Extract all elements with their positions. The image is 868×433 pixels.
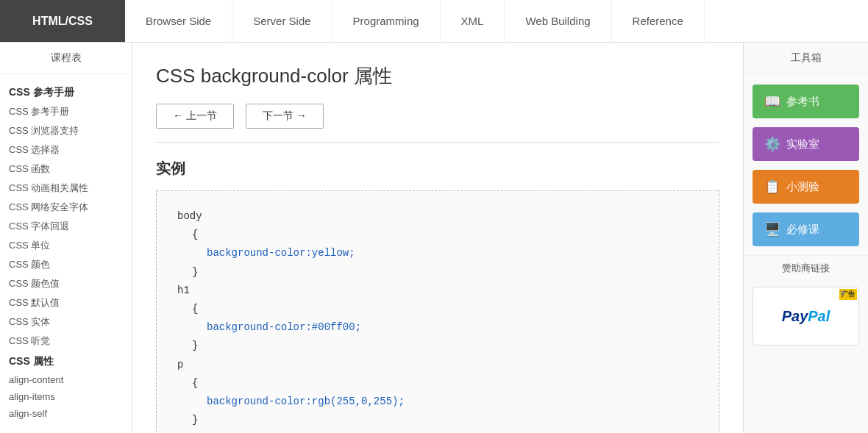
code-line-4: } [192, 263, 698, 282]
tool-btn-quiz[interactable]: 📋 小测验 [753, 170, 859, 204]
code-line-5: h1 [177, 282, 698, 300]
sidebar-link-align-self[interactable]: align-self [0, 405, 132, 422]
sidebar-title: 课程表 [0, 43, 132, 74]
sidebar-link-css-fontfallback[interactable]: CSS 字体回退 [0, 217, 132, 236]
tool-label-course: 必修课 [786, 223, 819, 237]
sidebar-link-align-items[interactable]: align-items [0, 388, 132, 405]
sidebar-link-css-browser[interactable]: CSS 浏览器支持 [0, 121, 132, 140]
right-panel: 工具箱 📖 参考书 ⚙️ 实验室 📋 小测验 🖥️ 必修课 赞助商链接 广告 ✕… [743, 43, 868, 433]
quiz-icon: 📋 [764, 179, 780, 195]
sidebar-link-css-audio[interactable]: CSS 听觉 [0, 332, 132, 351]
code-line-1: body [177, 207, 698, 226]
code-line-3: background-color:yellow; [207, 244, 698, 262]
code-block: body { background-color:yellow; } h1 { b… [156, 190, 719, 433]
tool-btn-lab[interactable]: ⚙️ 实验室 [753, 127, 859, 161]
code-line-12: } [192, 411, 698, 429]
sidebar-link-css-animation[interactable]: CSS 动画相关属性 [0, 179, 132, 198]
nav-item-server-side[interactable]: Server Side [232, 0, 332, 42]
code-line-11: background-color:rgb(255,0,255); [207, 393, 698, 411]
nav-item-reference[interactable]: Reference [612, 0, 705, 42]
tool-btn-course[interactable]: 🖥️ 必修课 [753, 212, 859, 246]
code-line-8: } [192, 337, 698, 355]
sidebar-section-css-ref: CSS 参考手册 [0, 82, 132, 102]
next-button[interactable]: 下一节 → [246, 104, 324, 129]
tool-btn-reference[interactable]: 📖 参考书 [753, 85, 859, 118]
sidebar-link-css-webfont[interactable]: CSS 网络安全字体 [0, 198, 132, 217]
tool-label-reference: 参考书 [786, 95, 819, 109]
sponsor-title: 赞助商链接 [744, 255, 868, 281]
sidebar: 课程表 CSS 参考手册 CSS 参考手册 CSS 浏览器支持 CSS 选择器 … [0, 43, 132, 433]
right-panel-title: 工具箱 [744, 43, 868, 74]
content-area: CSS background-color 属性 ← 上一节 下一节 → 实例 b… [132, 43, 743, 433]
sidebar-link-css-default[interactable]: CSS 默认值 [0, 293, 132, 312]
tool-label-quiz: 小测验 [786, 180, 819, 194]
sidebar-link-css-ref[interactable]: CSS 参考手册 [0, 102, 132, 121]
paypal-logo-container: PayPal [782, 308, 830, 325]
nav-buttons: ← 上一节 下一节 → [156, 104, 719, 129]
sidebar-link-css-func[interactable]: CSS 函数 [0, 160, 132, 179]
prev-button[interactable]: ← 上一节 [156, 104, 234, 129]
tool-label-lab: 实验室 [786, 137, 819, 151]
sidebar-link-css-colorval[interactable]: CSS 颜色值 [0, 274, 132, 293]
code-line-7: background-color:#00ff00; [207, 318, 698, 337]
nav-item-xml[interactable]: XML [441, 0, 505, 42]
code-line-2: { [192, 226, 698, 244]
sidebar-link-css-entity[interactable]: CSS 实体 [0, 312, 132, 332]
sidebar-link-css-unit[interactable]: CSS 单位 [0, 236, 132, 255]
nav-item-programming[interactable]: Programming [332, 0, 441, 42]
course-icon: 🖥️ [764, 221, 780, 237]
book-icon: 📖 [764, 93, 780, 110]
sidebar-section-css-attr: CSS 属性 [0, 351, 132, 371]
nav-logo: HTML/CSS [0, 0, 125, 42]
main-layout: 课程表 CSS 参考手册 CSS 参考手册 CSS 浏览器支持 CSS 选择器 … [0, 43, 868, 433]
code-line-6: { [192, 300, 698, 318]
page-title: CSS background-color 属性 [156, 63, 719, 89]
sidebar-link-css-selector[interactable]: CSS 选择器 [0, 140, 132, 160]
nav-items: Browser Side Server Side Programming XML… [125, 0, 868, 42]
sidebar-link-align-content[interactable]: align-content [0, 371, 132, 388]
sidebar-link-css-color[interactable]: CSS 颜色 [0, 255, 132, 274]
divider [156, 142, 719, 143]
paypal-logo: PayPal [782, 308, 830, 325]
top-nav: HTML/CSS Browser Side Server Side Progra… [0, 0, 868, 43]
code-line-10: { [192, 374, 698, 393]
lab-icon: ⚙️ [764, 136, 780, 152]
paypal-ad[interactable]: 广告 ✕ PayPal [753, 287, 859, 346]
code-line-9: p [177, 356, 698, 374]
close-ad-icon[interactable]: ✕ [839, 289, 845, 297]
nav-item-web-building[interactable]: Web Building [505, 0, 611, 42]
nav-item-browser-side[interactable]: Browser Side [125, 0, 232, 42]
section-label: 实例 [156, 159, 719, 179]
